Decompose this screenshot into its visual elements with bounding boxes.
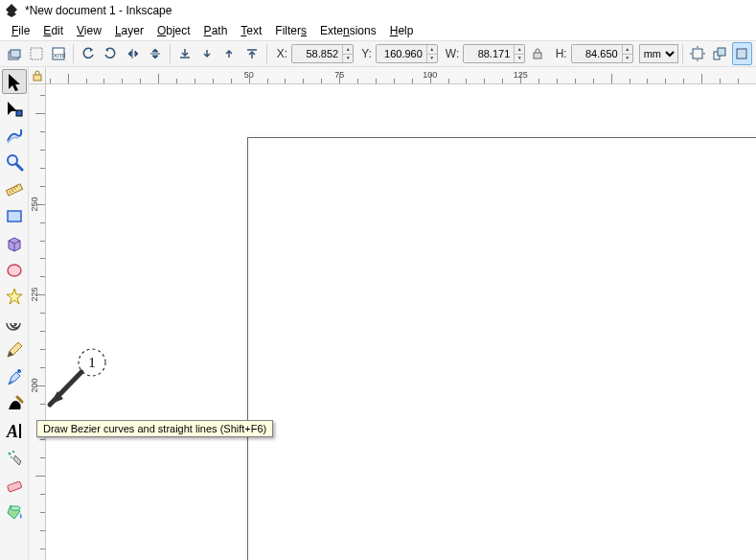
star-tool[interactable] [2, 284, 27, 309]
ellipse-tool[interactable] [2, 257, 27, 282]
svg-rect-1 [11, 50, 20, 58]
svg-text:xml: xml [54, 51, 66, 59]
affect-scale-icon[interactable] [709, 42, 729, 65]
pencil-tool[interactable] [2, 338, 27, 362]
svg-rect-21 [7, 481, 22, 492]
y-spin-down[interactable]: ▼ [427, 55, 437, 63]
pen-icon [5, 367, 24, 386]
svg-rect-9 [737, 49, 746, 58]
pencil-icon [5, 340, 24, 360]
menu-extensions[interactable]: Extensions [314, 23, 382, 38]
w-input[interactable] [464, 45, 514, 62]
menubar: File Edit View Layer Object Path Text Fi… [0, 21, 756, 40]
zoom-tool[interactable] [2, 150, 27, 175]
affect-pattern-icon[interactable] [732, 42, 752, 65]
svg-rect-8 [718, 48, 725, 56]
w-spin-down[interactable]: ▼ [515, 55, 524, 63]
rectangle-tool[interactable] [2, 203, 27, 228]
text-icon: A [5, 421, 24, 440]
menu-edit[interactable]: Edit [37, 23, 69, 38]
spiral-icon [5, 314, 24, 333]
svg-rect-5 [534, 53, 541, 58]
horizontal-ruler[interactable]: 5075100125 [29, 67, 756, 84]
svg-point-19 [11, 451, 13, 453]
text-tool[interactable]: A [2, 418, 27, 443]
window-title: *New document 1 - Inkscape [25, 4, 172, 17]
canvas[interactable] [46, 84, 756, 560]
x-input[interactable] [292, 45, 342, 62]
eraser-icon [5, 475, 24, 494]
y-field[interactable]: ▲▼ [376, 44, 438, 63]
menu-path[interactable]: Path [198, 23, 234, 38]
w-spin-up[interactable]: ▲ [515, 45, 524, 55]
bezier-tool[interactable] [2, 364, 27, 389]
vertical-ruler[interactable]: 250225200 [29, 84, 46, 560]
x-label: X: [277, 47, 287, 60]
menu-filters[interactable]: Filters [269, 23, 312, 38]
y-spin-up[interactable]: ▲ [427, 45, 437, 55]
titlebar: *New document 1 - Inkscape [0, 0, 756, 21]
h-field[interactable]: ▲▼ [571, 44, 633, 63]
flip-v-icon[interactable] [145, 42, 165, 65]
spiral-tool[interactable] [2, 311, 27, 336]
box3d-icon [5, 233, 24, 252]
rotate-cw-icon[interactable] [101, 42, 121, 65]
paintbucket-tool[interactable] [2, 499, 27, 524]
app-logo-icon [4, 3, 19, 18]
measure-icon [5, 179, 24, 198]
3dbox-tool[interactable] [2, 230, 27, 255]
selector-tool[interactable] [2, 69, 27, 94]
menu-layer[interactable]: Layer [109, 23, 149, 38]
unit-select[interactable]: mmpxptincm [639, 44, 678, 63]
spray-tool[interactable] [2, 445, 27, 470]
raise-to-top-icon[interactable] [241, 42, 262, 65]
rect-icon [5, 206, 24, 225]
svg-point-15 [17, 369, 21, 373]
w-field[interactable]: ▲▼ [463, 44, 525, 63]
menu-file[interactable]: File [6, 23, 35, 38]
h-spin-down[interactable]: ▼ [623, 55, 632, 63]
svg-point-20 [11, 456, 12, 458]
toolbox: A [0, 67, 29, 560]
raise-icon[interactable] [219, 42, 240, 65]
star-icon [5, 287, 24, 306]
flip-h-icon[interactable] [123, 42, 143, 65]
menu-help[interactable]: Help [384, 23, 420, 38]
y-input[interactable] [377, 45, 426, 62]
layers-icon[interactable] [4, 42, 24, 65]
x-field[interactable]: ▲▼ [291, 44, 354, 63]
annotation-number: 1 [88, 355, 96, 370]
svg-rect-6 [693, 49, 702, 58]
app-window: *New document 1 - Inkscape File Edit Vie… [0, 0, 756, 560]
tweak-tool[interactable] [2, 123, 27, 148]
node-tool[interactable] [2, 96, 27, 121]
x-spin-up[interactable]: ▲ [343, 45, 353, 55]
lower-to-bottom-icon[interactable] [174, 42, 195, 65]
menu-object[interactable]: Object [151, 23, 196, 38]
main-row: A 5075100125 250225200 Draw Bezier curve… [0, 67, 756, 560]
xml-icon[interactable]: xml [49, 42, 69, 65]
x-spin-down[interactable]: ▼ [343, 55, 353, 63]
svg-point-14 [8, 265, 21, 276]
svg-rect-13 [8, 211, 21, 222]
lower-icon[interactable] [196, 42, 217, 65]
svg-rect-23 [34, 75, 41, 81]
lock-ratio-icon[interactable] [527, 42, 547, 65]
h-input[interactable] [572, 45, 622, 62]
measure-tool[interactable] [2, 176, 27, 201]
affect-move-icon[interactable] [687, 42, 707, 65]
spray-icon [5, 448, 24, 467]
pick-color-icon[interactable] [26, 42, 46, 65]
ruler-corner [29, 67, 46, 84]
h-spin-up[interactable]: ▲ [623, 45, 632, 55]
ellipse-icon [5, 260, 24, 279]
lock-guides-icon[interactable] [32, 70, 43, 82]
annotation-callout: 1 [38, 345, 115, 422]
node-icon [5, 99, 24, 118]
eraser-tool[interactable] [2, 472, 27, 497]
menu-text[interactable]: Text [235, 23, 267, 38]
rotate-ccw-icon[interactable] [78, 42, 98, 65]
menu-view[interactable]: View [71, 23, 107, 38]
workarea: 5075100125 250225200 Draw Bezier curves … [29, 67, 756, 560]
calligraphy-tool[interactable] [2, 391, 27, 416]
